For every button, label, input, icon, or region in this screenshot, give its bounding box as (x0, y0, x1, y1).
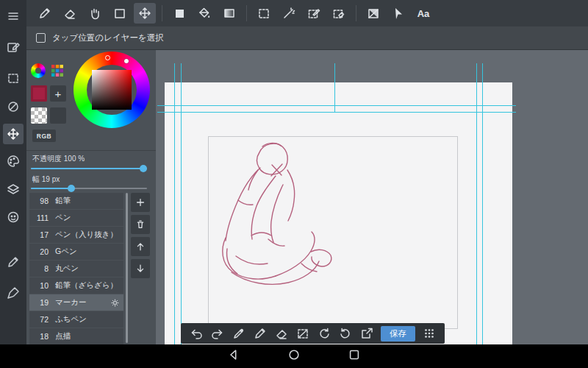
brush-settings-gear-icon[interactable] (110, 297, 120, 311)
brush-list-item[interactable]: 98鉛筆 (29, 193, 123, 209)
pointer-tool-icon[interactable] (387, 3, 409, 24)
brush-list-item[interactable]: 17ペン（入り抜き） (29, 227, 123, 243)
divide-tool-icon[interactable] (362, 3, 384, 24)
delete-brush-button[interactable] (131, 215, 150, 234)
select-eraser-icon[interactable] (328, 3, 350, 24)
save-button[interactable]: 保存 (381, 326, 415, 342)
android-navbar (0, 344, 588, 368)
pen-settings-icon[interactable] (3, 252, 24, 272)
text-tool-label: Aa (417, 8, 430, 19)
pen-icon[interactable] (253, 326, 268, 341)
brush-settings-icon[interactable] (3, 283, 24, 303)
move-tool-icon[interactable] (134, 3, 156, 24)
opacity-label: 不透明度 100 % (32, 154, 85, 164)
select-tool-icon[interactable] (3, 68, 24, 88)
toolbar-separator (162, 5, 162, 21)
shape-tool-icon[interactable] (109, 3, 131, 24)
panel-divider (26, 150, 156, 151)
brush-width-label: 幅 19 px (32, 174, 60, 185)
canvas-area[interactable] (156, 50, 588, 344)
materials-icon[interactable] (3, 207, 24, 227)
eyedropper-icon[interactable] (232, 326, 246, 341)
brush-width-slider[interactable] (31, 184, 147, 193)
grid-view-icon[interactable] (422, 326, 437, 341)
brush-list-item-selected[interactable]: 19マーカー (29, 294, 123, 311)
gradient-tool-icon[interactable] (218, 3, 240, 24)
brush-list: 98鉛筆 111ペン 17ペン（入り抜き） 20Gペン 8丸ペン 10鉛筆（ざら… (29, 193, 123, 345)
hand-tool-icon[interactable] (84, 3, 106, 24)
eraser-icon[interactable] (274, 326, 289, 341)
toolbar-separator (246, 5, 247, 21)
nav-home-icon[interactable] (287, 348, 301, 364)
brush-list-item[interactable]: 72ふちペン (29, 311, 123, 328)
rotate-cw-icon[interactable] (338, 326, 353, 341)
opacity-slider[interactable] (31, 164, 147, 173)
figure-sketch (165, 82, 512, 344)
paint-app-window: Aa タップ位置のレイヤーを選択 + RGB 不透明度 100 % 幅 19 p… (0, 0, 588, 368)
nav-back-icon[interactable] (227, 348, 240, 364)
rotate-reset-icon[interactable] (3, 96, 24, 117)
sv-cursor[interactable] (105, 55, 110, 60)
select-pen-icon[interactable] (303, 3, 325, 24)
rotate-ccw-icon[interactable] (317, 326, 331, 341)
text-tool[interactable]: Aa (412, 3, 434, 24)
palette-icon[interactable] (3, 151, 24, 171)
option-bar: タップ位置のレイヤーを選択 (26, 26, 588, 50)
fill-rect-tool-icon[interactable] (168, 3, 190, 24)
edit-canvas-icon[interactable] (3, 37, 24, 57)
export-icon[interactable] (359, 326, 374, 341)
bucket-tool-icon[interactable] (193, 3, 215, 24)
saturation-value-square[interactable] (92, 70, 132, 110)
hue-cursor[interactable] (124, 59, 129, 63)
marquee-select-icon[interactable] (253, 3, 275, 24)
top-toolbar: Aa (26, 0, 588, 26)
brush-list-item[interactable]: 8丸ペン (29, 261, 123, 277)
brush-move-down-button[interactable] (131, 259, 150, 278)
color-wheel-tab-icon[interactable] (31, 63, 46, 78)
layer-select-checkbox-label: タップ位置のレイヤーを選択 (52, 32, 164, 43)
color-wheel[interactable] (74, 52, 150, 128)
layers-icon[interactable] (3, 179, 24, 199)
add-color-button[interactable]: + (50, 85, 66, 102)
brush-list-item[interactable]: 111ペン (29, 210, 123, 226)
magic-wand-icon[interactable] (278, 3, 300, 24)
secondary-color-swatch[interactable] (50, 107, 66, 124)
move-cursor-icon[interactable] (3, 124, 24, 144)
redo-icon[interactable] (210, 326, 225, 341)
rgb-mode-button[interactable]: RGB (32, 130, 56, 142)
brush-list-item[interactable]: 10鉛筆（ざらざら） (29, 277, 123, 294)
transparent-color-swatch[interactable] (31, 107, 47, 124)
horizontal-guide (157, 105, 516, 106)
toolbar-separator (356, 5, 356, 21)
brush-list-item[interactable]: 18点描 (29, 328, 123, 344)
pencil-tool-icon[interactable] (34, 3, 56, 24)
menu-icon[interactable] (3, 6, 24, 26)
color-palette-tab-icon[interactable] (50, 63, 65, 78)
add-brush-button[interactable] (131, 193, 150, 212)
nav-recents-icon[interactable] (348, 348, 361, 364)
quick-action-bar: 保存 (181, 323, 445, 344)
brush-color-panel: + RGB 不透明度 100 % 幅 19 px 98鉛筆 111ペン 17ペン… (26, 50, 156, 344)
brush-list-item[interactable]: 20Gペン (29, 244, 123, 260)
current-color-swatch[interactable] (31, 85, 47, 102)
horizontal-guide (157, 112, 516, 113)
brush-list-scrollbar[interactable] (126, 193, 128, 343)
layer-select-checkbox[interactable] (36, 33, 46, 43)
eraser-tool-icon[interactable] (59, 3, 81, 24)
deselect-icon[interactable] (295, 326, 310, 341)
brush-move-up-button[interactable] (131, 237, 150, 256)
undo-icon[interactable] (189, 326, 204, 341)
left-toolbar-rail (0, 0, 26, 344)
